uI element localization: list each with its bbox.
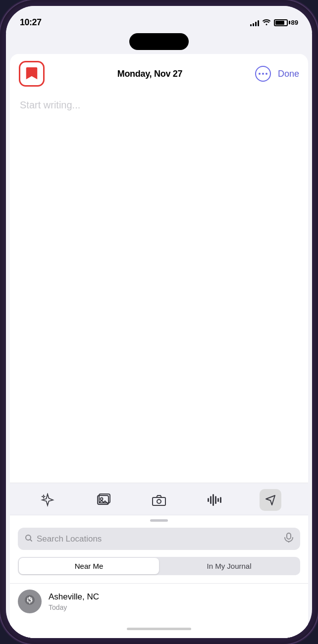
done-button[interactable]: Done (278, 69, 299, 79)
wifi-icon (262, 18, 271, 27)
writing-placeholder: Start writing... (20, 99, 80, 110)
bottom-toolbar (10, 483, 308, 515)
battery-percentage: 89 (291, 19, 298, 26)
search-input[interactable]: Search Locations (37, 534, 280, 544)
svg-point-2 (100, 498, 103, 500)
status-bar: 10:27 (6, 6, 312, 33)
more-options-button[interactable] (255, 66, 271, 82)
tab-switcher: Near Me In My Journal (18, 557, 300, 575)
phone-screen: 10:27 (6, 6, 312, 638)
bookmark-button[interactable] (19, 61, 45, 87)
microphone-icon[interactable] (284, 533, 293, 545)
home-indicator (10, 619, 308, 638)
svg-rect-5 (210, 496, 212, 504)
journal-toolbar: Monday, Nov 27 Done (10, 54, 308, 92)
ai-sparkle-button[interactable] (37, 489, 58, 511)
location-panel: Search Locations Near Me (10, 515, 308, 638)
sparkle-icon (41, 493, 54, 507)
svg-rect-6 (212, 494, 214, 506)
svg-rect-7 (215, 496, 216, 504)
tab-near-me[interactable]: Near Me (19, 558, 159, 574)
writing-area[interactable]: Start writing... (10, 92, 308, 483)
location-avatar (18, 590, 42, 613)
journal-date: Monday, Nov 27 (117, 69, 183, 79)
location-avatar-icon (23, 594, 36, 609)
signal-bars-icon (250, 19, 259, 26)
svg-point-3 (157, 499, 161, 503)
status-time: 10:27 (20, 17, 42, 28)
svg-rect-9 (220, 497, 221, 503)
audio-button[interactable] (204, 489, 225, 511)
location-name: Asheville, NC (49, 592, 300, 602)
svg-rect-8 (217, 498, 219, 502)
camera-button[interactable] (148, 489, 170, 511)
camera-icon (152, 493, 166, 507)
location-icon (264, 494, 277, 506)
more-dots-icon (259, 73, 267, 75)
battery-indicator: 89 (274, 19, 298, 26)
search-icon (25, 534, 33, 544)
svg-rect-4 (208, 498, 209, 502)
journal-area: Monday, Nov 27 Done Start writing... (10, 54, 308, 638)
dynamic-island (129, 33, 189, 50)
location-subtitle: Today (49, 603, 300, 611)
drag-handle (150, 519, 168, 522)
status-icons: 89 (250, 18, 298, 27)
home-bar (127, 628, 191, 630)
audio-waveform-icon (207, 493, 222, 507)
svg-rect-11 (287, 533, 291, 539)
toolbar-right: Done (255, 66, 299, 82)
search-bar[interactable]: Search Locations (18, 528, 300, 550)
bookmark-icon (25, 66, 38, 81)
photo-library-icon (97, 493, 110, 507)
tab-my-journal[interactable]: In My Journal (159, 558, 299, 574)
photo-library-button[interactable] (93, 489, 114, 511)
location-button[interactable] (260, 489, 281, 511)
location-result-asheville[interactable]: Asheville, NC Today (10, 583, 308, 619)
phone-frame: 10:27 (0, 0, 318, 644)
location-info: Asheville, NC Today (49, 592, 300, 611)
